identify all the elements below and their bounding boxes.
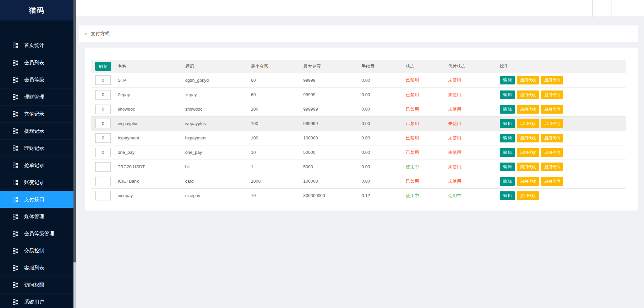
enable-payout-button[interactable]: 启用代付 xyxy=(541,119,563,128)
enable-collect-button[interactable]: 启用代收 xyxy=(517,134,539,142)
column-header: 标识 xyxy=(181,60,247,73)
sidebar-item[interactable]: 媒体管理 xyxy=(0,208,73,225)
sidebar-item[interactable]: 访问权限 xyxy=(0,276,73,293)
sidebar: 猫码 首页统计会员列表会员等级理财管理充值记录提现记录理财记录抢单记录账变记录支… xyxy=(0,0,73,308)
sidebar-item[interactable]: 会员等级管理 xyxy=(0,225,73,242)
payout-status-badge: 未使用 xyxy=(448,135,461,140)
edit-button[interactable]: 编 辑 xyxy=(500,134,515,142)
code-cell: zepay xyxy=(181,87,247,102)
edit-button[interactable]: 编 辑 xyxy=(500,148,515,157)
grid-app-icon xyxy=(13,94,24,100)
scrollbar-thumb[interactable] xyxy=(73,0,76,262)
edit-button[interactable]: 编 辑 xyxy=(500,105,515,114)
sidebar-item[interactable]: 理财记录 xyxy=(0,139,73,157)
sidebar-scrollbar[interactable] xyxy=(73,0,76,308)
sort-input[interactable] xyxy=(95,162,111,172)
sidebar-item-label: 支付接口 xyxy=(24,196,44,203)
status-cell: 使用中 xyxy=(402,188,444,203)
sidebar-item[interactable]: 账变记录 xyxy=(0,174,73,191)
payout-status-badge: 未使用 xyxy=(448,77,461,82)
sidebar-item[interactable]: 会员列表 xyxy=(0,54,73,71)
sort-input[interactable] xyxy=(95,105,111,114)
status-cell: 已禁用 xyxy=(402,73,444,87)
payout-status-badge: 使用中 xyxy=(448,193,461,198)
sidebar-item-label: 会员等级 xyxy=(24,77,44,83)
actions-cell: 编 辑启用代收启用代付 xyxy=(496,102,626,116)
payout-status-badge: 未使用 xyxy=(448,121,461,126)
refresh-button[interactable]: 刷 新 xyxy=(95,62,111,71)
enable-collect-button[interactable]: 启用代收 xyxy=(517,76,539,84)
table-header-row: 刷 新 名称标识最小金额最大金额手续费状态代付状态操作 xyxy=(91,60,626,73)
disable-collect-button[interactable]: 禁用代收 xyxy=(517,163,539,171)
edit-button[interactable]: 编 辑 xyxy=(500,90,515,99)
sort-input[interactable] xyxy=(95,75,111,85)
sort-input[interactable] xyxy=(95,191,111,200)
table-row: nicepaynicepay703000000000.12使用中使用中编 辑禁用… xyxy=(91,188,626,203)
payout-status-badge: 未使用 xyxy=(448,150,461,155)
sort-input[interactable] xyxy=(95,133,111,143)
sort-cell xyxy=(91,131,114,145)
sidebar-item[interactable]: 抢单记录 xyxy=(0,157,73,174)
code-cell: nicepay xyxy=(181,188,247,203)
sort-cell xyxy=(91,188,114,203)
enable-collect-button[interactable]: 启用代收 xyxy=(517,177,539,186)
actions-cell: 编 辑启用代收启用代付 xyxy=(496,73,626,87)
sidebar-item[interactable]: 首页统计 xyxy=(0,37,73,54)
edit-button[interactable]: 编 辑 xyxy=(500,191,515,200)
payout-status-badge: 未使用 xyxy=(448,92,461,97)
sidebar-item[interactable]: 交易控制 xyxy=(0,242,73,259)
sidebar-item-label: 客服列表 xyxy=(24,265,44,271)
column-header: 最大金额 xyxy=(299,60,358,73)
column-header: 状态 xyxy=(402,60,444,73)
grid-app-icon xyxy=(13,180,24,185)
topbar xyxy=(76,0,644,17)
actions-cell: 编 辑启用代收启用代付 xyxy=(496,145,626,160)
enable-collect-button[interactable]: 启用代收 xyxy=(517,105,539,114)
disable-collect-button[interactable]: 禁用代收 xyxy=(517,191,539,200)
table-row: wepaypluswepayplus1009999990.00已禁用未使用编 辑… xyxy=(91,116,626,131)
sidebar-item[interactable]: 理财管理 xyxy=(0,88,73,105)
sidebar-item[interactable]: 提现记录 xyxy=(0,122,73,139)
name-cell: STP xyxy=(114,73,181,87)
sidebar-item[interactable]: 支付接口 xyxy=(0,191,73,208)
enable-payout-button[interactable]: 启用代付 xyxy=(541,163,563,171)
status-badge: 已禁用 xyxy=(406,92,419,97)
sidebar-item[interactable]: 充值记录 xyxy=(0,105,73,122)
enable-payout-button[interactable]: 启用代付 xyxy=(541,76,563,84)
sidebar-item[interactable]: 系统用户 xyxy=(0,293,73,308)
enable-collect-button[interactable]: 启用代收 xyxy=(517,148,539,157)
topbar-divider xyxy=(592,0,593,17)
name-cell: hxpayment xyxy=(114,131,181,145)
status-cell: 已禁用 xyxy=(402,174,444,188)
sidebar-item[interactable]: 客服列表 xyxy=(0,259,73,276)
edit-button[interactable]: 编 辑 xyxy=(500,163,515,171)
payout-status-cell: 未使用 xyxy=(444,102,496,116)
max-amount-cell: 99999 xyxy=(299,73,358,87)
sort-input[interactable] xyxy=(95,90,111,100)
edit-button[interactable]: 编 辑 xyxy=(500,119,515,128)
min-amount-cell: 60 xyxy=(247,87,299,102)
status-badge: 使用中 xyxy=(406,164,419,169)
table-row: showdocshowdoc1009999990.00已禁用未使用编 辑启用代收… xyxy=(91,102,626,116)
max-amount-cell: 100000 xyxy=(299,174,358,188)
enable-collect-button[interactable]: 启用代收 xyxy=(517,119,539,128)
name-cell: Zepay xyxy=(114,87,181,102)
enable-collect-button[interactable]: 启用代收 xyxy=(517,90,539,99)
code-cell: showdoc xyxy=(181,102,247,116)
enable-payout-button[interactable]: 启用代付 xyxy=(541,105,563,114)
max-amount-cell: 999999 xyxy=(299,102,358,116)
edit-button[interactable]: 编 辑 xyxy=(500,177,515,186)
enable-payout-button[interactable]: 启用代付 xyxy=(541,90,563,99)
actions-cell: 编 辑启用代收启用代付 xyxy=(496,116,626,131)
sort-input[interactable] xyxy=(95,148,111,157)
actions-cell: 编 辑禁用代收 xyxy=(496,188,626,203)
sort-input[interactable] xyxy=(95,119,111,128)
edit-button[interactable]: 编 辑 xyxy=(500,76,515,84)
payout-status-cell: 未使用 xyxy=(444,73,496,87)
enable-payout-button[interactable]: 启用代付 xyxy=(541,177,563,186)
sidebar-item[interactable]: 会员等级 xyxy=(0,71,73,88)
sort-input[interactable] xyxy=(95,177,111,186)
enable-payout-button[interactable]: 启用代付 xyxy=(541,134,563,142)
status-cell: 已禁用 xyxy=(402,87,444,102)
enable-payout-button[interactable]: 启用代付 xyxy=(541,148,563,157)
